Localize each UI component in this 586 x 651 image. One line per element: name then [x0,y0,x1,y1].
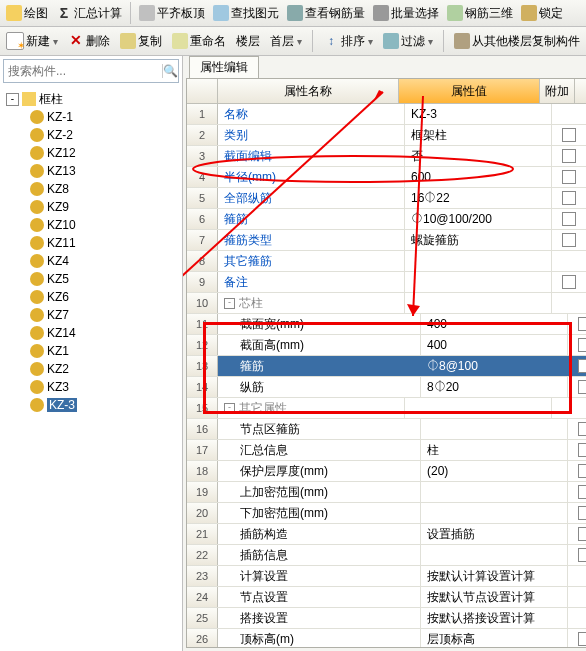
attach-cell[interactable] [552,104,586,124]
attach-cell[interactable] [568,629,586,647]
tree-item[interactable]: KZ14 [2,324,180,342]
property-value[interactable]: 16⏀22 [405,188,552,208]
property-value[interactable]: 螺旋箍筋 [405,230,552,250]
tab-property-edit[interactable]: 属性编辑 [189,56,259,78]
table-row[interactable]: 15-其它属性 [187,398,586,419]
property-value[interactable] [405,272,552,292]
checkbox[interactable] [578,380,586,394]
attach-cell[interactable] [568,377,586,397]
grid-body[interactable]: 1名称KZ-32类别框架柱3截面编辑否4半径(mm)6005全部纵筋16⏀226… [187,104,586,647]
property-value[interactable]: 400 [421,335,568,355]
property-value[interactable]: ⏀8@100 [421,356,568,376]
attach-cell[interactable] [568,524,586,544]
checkbox[interactable] [578,422,586,436]
checkbox[interactable] [578,338,586,352]
tree-item[interactable]: KZ3 [2,378,180,396]
attach-cell[interactable] [568,482,586,502]
property-value[interactable]: 按默认搭接设置计算 [421,608,568,628]
property-value[interactable] [421,482,568,502]
checkbox[interactable] [562,191,576,205]
tree-item[interactable]: KZ8 [2,180,180,198]
attach-cell[interactable] [552,272,586,292]
table-row[interactable]: 1名称KZ-3 [187,104,586,125]
property-value[interactable]: 设置插筋 [421,524,568,544]
checkbox[interactable] [562,128,576,142]
filter-button[interactable]: 过滤▾ [381,33,435,50]
property-value[interactable] [405,293,552,313]
checkbox[interactable] [578,464,586,478]
table-row[interactable]: 14纵筋8⏀20 [187,377,586,398]
batch-button[interactable]: 批量选择 [371,5,441,22]
property-value[interactable]: 层顶标高 [421,629,568,647]
table-row[interactable]: 24节点设置按默认节点设置计算 [187,587,586,608]
from-other-button[interactable]: 从其他楼层复制构件 [452,33,582,50]
property-value[interactable] [421,419,568,439]
draw-button[interactable]: 绘图 [4,5,50,22]
table-row[interactable]: 12截面高(mm)400 [187,335,586,356]
expand-icon[interactable]: - [224,403,235,414]
attach-cell[interactable] [568,335,586,355]
sum-button[interactable]: Σ汇总计算 [54,5,124,22]
component-tree[interactable]: -框柱KZ-1KZ-2KZ12KZ13KZ8KZ9KZ10KZ11KZ4KZ5K… [0,86,182,651]
attach-cell[interactable] [552,230,586,250]
checkbox[interactable] [578,443,586,457]
property-value[interactable] [405,398,552,418]
property-value[interactable]: (20) [421,461,568,481]
tree-root[interactable]: -框柱 [2,90,180,108]
property-value[interactable]: 600 [405,167,552,187]
attach-cell[interactable] [552,125,586,145]
flat-button[interactable]: 平齐板顶 [137,5,207,22]
table-row[interactable]: 22插筋信息 [187,545,586,566]
table-row[interactable]: 6箍筋⏀10@100/200 [187,209,586,230]
tree-item[interactable]: KZ5 [2,270,180,288]
checkbox[interactable] [578,506,586,520]
attach-cell[interactable] [568,587,586,607]
checkbox[interactable] [562,149,576,163]
table-row[interactable]: 11截面宽(mm)400 [187,314,586,335]
tree-item[interactable]: KZ11 [2,234,180,252]
attach-cell[interactable] [552,398,586,418]
copy-button[interactable]: 复制 [118,33,164,50]
attach-cell[interactable] [568,608,586,628]
property-value[interactable]: ⏀10@100/200 [405,209,552,229]
checkbox[interactable] [562,212,576,226]
property-value[interactable] [421,545,568,565]
checkbox[interactable] [578,548,586,562]
property-value[interactable]: 400 [421,314,568,334]
property-value[interactable] [405,251,552,271]
property-value[interactable] [421,503,568,523]
attach-cell[interactable] [568,566,586,586]
attach-cell[interactable] [568,419,586,439]
property-value[interactable]: 8⏀20 [421,377,568,397]
table-row[interactable]: 4半径(mm)600 [187,167,586,188]
table-row[interactable]: 5全部纵筋16⏀22 [187,188,586,209]
attach-cell[interactable] [552,293,586,313]
checkbox[interactable] [578,359,586,373]
table-row[interactable]: 2类别框架柱 [187,125,586,146]
tree-item[interactable]: KZ7 [2,306,180,324]
search-go-icon[interactable]: 🔍 [162,64,178,78]
table-row[interactable]: 26顶标高(m)层顶标高 [187,629,586,647]
table-row[interactable]: 7箍筋类型螺旋箍筋 [187,230,586,251]
rename-button[interactable]: 重命名 [170,33,228,50]
attach-cell[interactable] [552,167,586,187]
search-input[interactable]: 🔍 [3,59,179,83]
table-row[interactable]: 23计算设置按默认计算设置计算 [187,566,586,587]
collapse-icon[interactable]: - [6,93,19,106]
checkbox[interactable] [578,527,586,541]
table-row[interactable]: 18保护层厚度(mm)(20) [187,461,586,482]
find-rebar-button[interactable]: 查看钢筋量 [285,5,367,22]
attach-cell[interactable] [552,146,586,166]
checkbox[interactable] [562,275,576,289]
attach-cell[interactable] [568,356,586,376]
lock-button[interactable]: 锁定 [519,5,565,22]
delete-button[interactable]: ✕删除 [66,33,112,50]
checkbox[interactable] [578,485,586,499]
table-row[interactable]: 25搭接设置按默认搭接设置计算 [187,608,586,629]
attach-cell[interactable] [568,314,586,334]
property-value[interactable]: KZ-3 [405,104,552,124]
tree-item[interactable]: KZ13 [2,162,180,180]
attach-cell[interactable] [552,188,586,208]
attach-cell[interactable] [552,209,586,229]
table-row[interactable]: 16节点区箍筋 [187,419,586,440]
